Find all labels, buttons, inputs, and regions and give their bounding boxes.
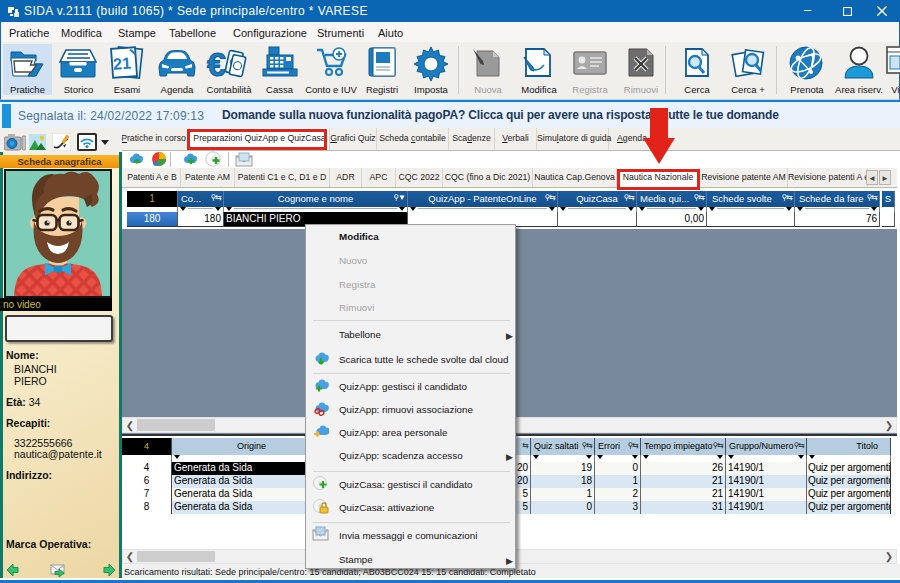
svg-text:€: € bbox=[207, 45, 226, 83]
svg-text:21: 21 bbox=[113, 55, 132, 73]
